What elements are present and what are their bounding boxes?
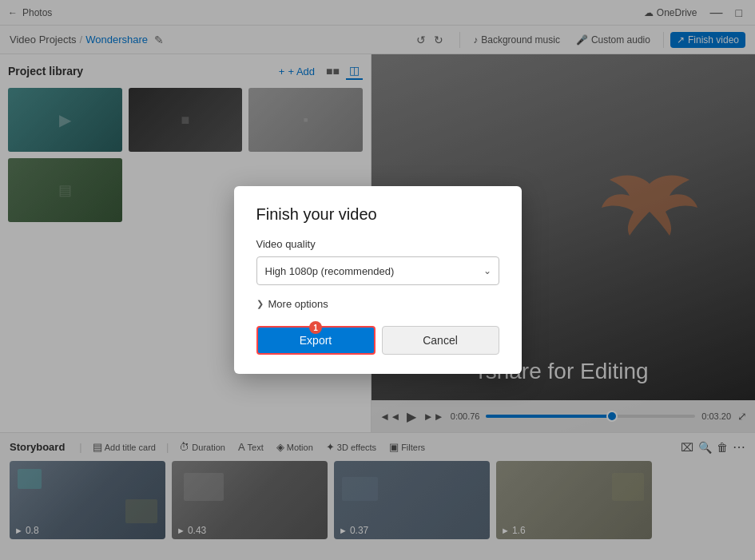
quality-label: Video quality	[256, 238, 499, 250]
modal-overlay[interactable]: Finish your video Video quality High 108…	[0, 0, 755, 560]
export-button[interactable]: 1 Export	[256, 326, 376, 355]
dialog-buttons: 1 Export Cancel	[256, 326, 499, 355]
quality-select-wrapper: High 1080p (recommended) Medium 720p Low…	[256, 256, 499, 285]
chevron-right-icon: ❯	[256, 299, 264, 309]
dialog-title: Finish your video	[256, 205, 499, 224]
notification-badge: 1	[309, 321, 322, 334]
cancel-button[interactable]: Cancel	[382, 326, 499, 355]
finish-video-dialog: Finish your video Video quality High 108…	[234, 186, 522, 374]
quality-select[interactable]: High 1080p (recommended) Medium 720p Low…	[256, 256, 499, 285]
more-options-toggle[interactable]: ❯ More options	[256, 298, 499, 310]
